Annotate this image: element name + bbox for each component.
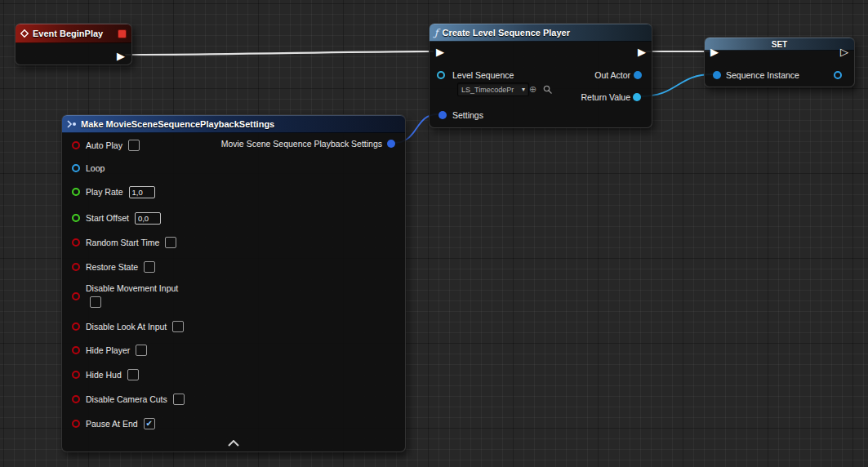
restore-state-checkbox[interactable] <box>144 261 155 273</box>
pin-label: Disable Movement Input <box>86 283 178 293</box>
pin-row: Pause At End ✔ <box>62 416 405 431</box>
pin-row: Play Rate <box>62 185 405 199</box>
pin-label: Auto Play <box>86 140 122 150</box>
make-struct-icon <box>67 120 77 128</box>
pin-label: Out Actor <box>594 69 630 82</box>
node-title: Create Level Sequence Player <box>442 28 570 38</box>
disable-camera-cuts-checkbox[interactable] <box>173 394 185 405</box>
auto-play-checkbox[interactable] <box>128 140 140 151</box>
pin-row: Disable Look At Input <box>62 319 405 334</box>
pin-label: Return Value <box>581 91 630 104</box>
node-title: SET <box>772 40 787 49</box>
pin-label: Disable Look At Input <box>86 322 167 331</box>
node-title: Event BeginPlay <box>33 29 103 38</box>
level-sequence-pin[interactable] <box>437 71 445 79</box>
pin-label: Hide Player <box>86 345 130 355</box>
exec-out-pin[interactable]: ▶ <box>638 47 646 57</box>
disable-look-at-input-checkbox[interactable] <box>172 321 184 332</box>
node-event-beginplay[interactable]: Event BeginPlay ▶ <box>15 23 132 65</box>
browse-asset-icon[interactable] <box>543 85 553 95</box>
pin-row: Restore State <box>62 260 405 274</box>
pin-label: Restore State <box>86 262 138 272</box>
node-title: Make MovieSceneSequencePlaybackSettings <box>81 119 274 129</box>
use-selected-asset-icon[interactable]: ⊕ <box>529 85 536 94</box>
bool-pin[interactable] <box>72 395 80 403</box>
out-actor-pin[interactable] <box>634 71 642 79</box>
node-header[interactable]: Event BeginPlay <box>16 24 131 43</box>
pin-label: Loop <box>86 163 105 173</box>
exec-in-pin[interactable]: ▶ <box>436 47 444 57</box>
random-start-time-checkbox[interactable] <box>165 237 176 248</box>
bool-pin[interactable] <box>72 263 80 271</box>
pin-row: Hide Hud <box>62 367 405 382</box>
dropdown-selected-value: LS_TimecodePr <box>461 86 514 94</box>
float-pin[interactable] <box>72 188 80 196</box>
exec-wire-beginplay-to-create[interactable] <box>126 51 433 55</box>
start-offset-input[interactable] <box>135 212 161 225</box>
pin-label: Start Offset <box>86 213 129 223</box>
collapse-chevron[interactable] <box>228 440 239 447</box>
pin-row: Hide Player <box>62 343 405 358</box>
dropdown-caret-icon: ▾ <box>522 86 525 93</box>
pin-label: Random Start Time <box>86 238 159 247</box>
exec-out-pin[interactable]: ▶ <box>117 51 125 61</box>
pin-label: Play Rate <box>86 187 123 197</box>
play-rate-input[interactable] <box>129 186 155 198</box>
bool-pin[interactable] <box>72 346 80 354</box>
settings-pin[interactable] <box>438 111 447 119</box>
pin-label: Level Sequence <box>452 69 514 82</box>
bool-pin[interactable] <box>72 238 80 247</box>
pause-at-end-checkbox[interactable]: ✔ <box>144 418 155 429</box>
sequence-instance-pin[interactable] <box>713 71 721 79</box>
pin-row: Disable Camera Cuts <box>62 392 405 407</box>
bool-pin[interactable] <box>72 371 80 379</box>
node-header[interactable]: Make MovieSceneSequencePlaybackSettings <box>62 115 405 133</box>
node-header[interactable]: ƒ Create Level Sequence Player <box>430 24 652 42</box>
node-make-playback-settings[interactable]: Make MovieSceneSequencePlaybackSettings … <box>61 114 406 452</box>
pin-row: Disable Movement Input <box>62 282 405 309</box>
pin-label: Disable Camera Cuts <box>86 394 167 404</box>
struct-pin[interactable] <box>72 164 80 172</box>
pin-row: Auto Play <box>62 138 405 153</box>
node-set-sequence-instance[interactable]: SET ▶ ▷ Sequence Instance <box>704 37 855 87</box>
node-red-badge <box>118 29 127 38</box>
bool-pin[interactable] <box>72 141 80 149</box>
hide-player-checkbox[interactable] <box>136 345 147 356</box>
bool-pin[interactable] <box>72 420 80 428</box>
level-sequence-dropdown[interactable]: LS_TimecodePr ▾ <box>457 82 529 96</box>
blueprint-graph-canvas[interactable]: Event BeginPlay ▶ ƒ Create Level Sequenc… <box>0 0 868 467</box>
bool-pin[interactable] <box>72 322 80 331</box>
pin-label: Settings <box>452 109 483 122</box>
exec-out-pin[interactable]: ▷ <box>840 47 848 57</box>
node-header[interactable]: SET <box>705 38 854 51</box>
event-icon <box>20 29 29 38</box>
pin-label: Pause At End <box>86 419 138 429</box>
pin-label: Hide Hud <box>86 370 122 380</box>
pin-row: Random Start Time <box>62 235 405 250</box>
node-create-level-sequence-player[interactable]: ƒ Create Level Sequence Player ▶ ▶ Level… <box>429 23 652 128</box>
bool-pin[interactable] <box>72 292 80 300</box>
function-icon: ƒ <box>434 28 438 38</box>
hide-hud-checkbox[interactable] <box>127 369 139 380</box>
exec-in-pin[interactable]: ▶ <box>710 47 719 57</box>
return-value-pin[interactable] <box>633 93 641 101</box>
disable-movement-input-checkbox[interactable] <box>90 296 101 308</box>
float-pin[interactable] <box>72 214 80 222</box>
pin-row: Start Offset <box>62 211 405 225</box>
output-value-pin[interactable] <box>834 71 842 79</box>
pin-row: Loop <box>62 161 405 176</box>
pin-label: Sequence Instance <box>726 69 799 82</box>
